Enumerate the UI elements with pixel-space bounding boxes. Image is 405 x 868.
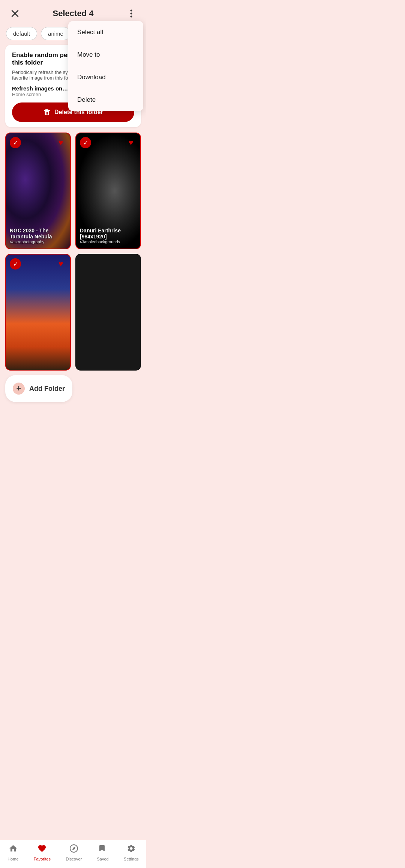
chip-anime[interactable]: anime xyxy=(41,27,70,40)
dropdown-download[interactable]: Download xyxy=(68,66,143,89)
chip-default[interactable]: default xyxy=(6,27,37,40)
image-card-3[interactable] xyxy=(75,254,141,371)
dropdown-delete[interactable]: Delete xyxy=(68,89,143,111)
check-icon-1: ✓ xyxy=(80,137,91,148)
dropdown-select-all[interactable]: Select all xyxy=(68,21,143,44)
heart-icon-1: ♥ xyxy=(125,137,136,148)
check-icon-2: ✓ xyxy=(10,258,21,270)
dropdown-move-to[interactable]: Move to xyxy=(68,44,143,66)
plus-icon: + xyxy=(13,383,25,395)
close-button[interactable] xyxy=(8,6,22,21)
check-icon-0: ✓ xyxy=(10,137,21,148)
add-folder-button[interactable]: + Add Folder xyxy=(5,375,72,402)
image-card-2[interactable]: ✓ ♥ xyxy=(5,254,71,371)
more-options-button[interactable] xyxy=(124,6,139,21)
svg-point-3 xyxy=(130,13,132,15)
svg-point-2 xyxy=(130,10,132,12)
image-grid: ✓ ♥ NGC 2030 - The Tarantula Nebula r/as… xyxy=(0,133,146,375)
heart-icon-2: ♥ xyxy=(55,258,66,270)
page-title: Selected 4 xyxy=(53,9,94,18)
card-title-0: NGC 2030 - The Tarantula Nebula xyxy=(10,228,66,240)
add-folder-label: Add Folder xyxy=(29,385,65,393)
image-card-0[interactable]: ✓ ♥ NGC 2030 - The Tarantula Nebula r/as… xyxy=(5,133,71,249)
dropdown-menu: Select all Move to Download Delete xyxy=(68,21,143,111)
card-info-1: Danuri Earthrise [984x1920] r/Amoledback… xyxy=(76,224,140,249)
card-title-1: Danuri Earthrise [984x1920] xyxy=(80,228,136,240)
heart-icon-0: ♥ xyxy=(55,137,66,148)
card-sub-1: r/Amoledbackgrounds xyxy=(80,240,136,244)
card-info-0: NGC 2030 - The Tarantula Nebula r/astrop… xyxy=(6,224,70,249)
image-card-1[interactable]: ✓ ♥ Danuri Earthrise [984x1920] r/Amoled… xyxy=(75,133,141,249)
card-sub-0: r/astrophotography xyxy=(10,240,66,244)
svg-point-4 xyxy=(130,16,132,18)
